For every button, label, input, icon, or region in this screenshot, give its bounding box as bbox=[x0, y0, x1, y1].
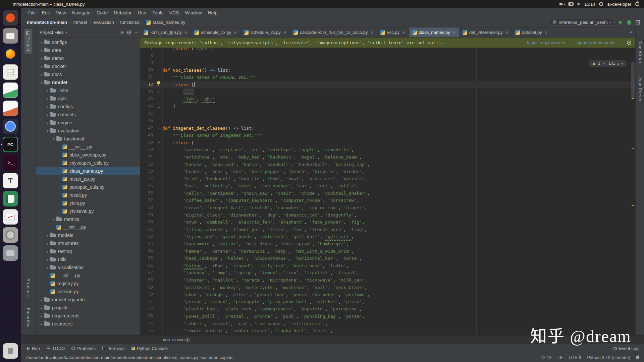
launcher-files[interactable] bbox=[3, 28, 18, 44]
tree-item[interactable]: ▾functional bbox=[36, 135, 140, 143]
menu-refactor[interactable]: Refactor bbox=[111, 9, 135, 16]
menu-edit[interactable]: Edit bbox=[39, 9, 53, 16]
tree-item[interactable]: bbox_overlaps.py bbox=[36, 151, 140, 159]
keyboard-layout-icon[interactable] bbox=[568, 2, 574, 6]
launcher-terminal[interactable]: >_ bbox=[3, 155, 18, 170]
folded-region[interactable]: ... bbox=[183, 89, 194, 95]
tree-item[interactable]: class_names.py bbox=[36, 167, 140, 175]
tab-schedule_2x.py[interactable]: schedule_2x.py× bbox=[240, 27, 290, 37]
banner-settings-icon[interactable] bbox=[627, 41, 631, 45]
close-icon[interactable]: × bbox=[184, 30, 187, 35]
current-function-breadcrumb[interactable]: voc_classes() bbox=[163, 337, 190, 342]
launcher-trash[interactable] bbox=[3, 343, 18, 359]
tool-window-todo[interactable]: TODO bbox=[44, 345, 68, 352]
chevron-right-icon[interactable]: ▸ bbox=[45, 234, 50, 237]
session-gear-icon[interactable] bbox=[599, 2, 603, 6]
tree-item[interactable]: __init__.py bbox=[36, 272, 140, 280]
caret-position[interactable]: 12:13 bbox=[541, 355, 552, 360]
tree-item[interactable]: mean_ap.py bbox=[36, 175, 140, 183]
tree-item[interactable]: ▸projects bbox=[36, 304, 140, 312]
tree-item[interactable]: ▸data bbox=[36, 46, 140, 54]
code-editor[interactable]: 7 return ['face']8910−def voc_classes() … bbox=[140, 48, 635, 335]
tab-det_inferencer.py[interactable]: det_inferencer.py× bbox=[459, 27, 512, 37]
gutter-cell[interactable] bbox=[155, 103, 162, 110]
chevron-right-icon[interactable]: ▸ bbox=[51, 218, 56, 221]
file-encoding[interactable]: UTF-8 bbox=[569, 355, 581, 360]
menu-window[interactable]: Window bbox=[182, 9, 205, 16]
menu-tools[interactable]: Tools bbox=[150, 9, 166, 16]
battery-icon[interactable] bbox=[559, 3, 564, 5]
prev-issue-icon[interactable]: ▴ bbox=[618, 62, 619, 65]
chevron-right-icon[interactable]: ▸ bbox=[45, 266, 50, 269]
chevron-right-icon[interactable]: ▸ bbox=[45, 113, 50, 117]
volume-icon[interactable] bbox=[578, 2, 580, 6]
tab-voc.py[interactable]: voc.py× bbox=[377, 27, 409, 37]
close-icon[interactable]: × bbox=[453, 30, 455, 35]
tree-item[interactable]: ▸metrics bbox=[36, 215, 140, 223]
chevron-right-icon[interactable]: ▸ bbox=[39, 57, 44, 60]
lightbulb-cell[interactable] bbox=[155, 81, 162, 88]
next-issue-icon[interactable]: ▾ bbox=[622, 62, 623, 65]
chevron-right-icon[interactable]: ▸ bbox=[45, 250, 50, 253]
menu-view[interactable]: View bbox=[53, 9, 69, 16]
chevron-right-icon[interactable]: ▸ bbox=[39, 314, 44, 318]
fold-open-icon[interactable]: − bbox=[155, 139, 162, 146]
ignore-requirements-link[interactable]: Ignore requirements bbox=[577, 40, 615, 45]
tree-item[interactable]: ytviseval.py bbox=[36, 207, 140, 215]
launcher-archive-manager[interactable] bbox=[3, 245, 18, 261]
chevron-down-icon[interactable]: ▾ bbox=[51, 137, 56, 141]
tool-button-structure[interactable]: Structure bbox=[24, 276, 32, 300]
tree-item[interactable]: ▸datasets bbox=[36, 111, 140, 119]
menu-code[interactable]: Code bbox=[94, 9, 110, 16]
tree-item[interactable]: cityscapes_utils.py bbox=[36, 159, 140, 167]
tree-item[interactable]: ▸docker bbox=[36, 62, 140, 70]
tree-item[interactable]: ▸.mim bbox=[36, 86, 140, 95]
menu-navigate[interactable]: Navigate bbox=[69, 9, 93, 16]
chevron-right-icon[interactable]: ▸ bbox=[39, 73, 44, 76]
tree-item[interactable]: __init__.py bbox=[36, 223, 140, 231]
chevron-right-icon[interactable]: ▸ bbox=[39, 306, 44, 310]
chevron-down-icon[interactable]: ▾ bbox=[39, 81, 44, 84]
editor-scrollbar[interactable] bbox=[631, 59, 635, 334]
tree-item[interactable]: ▾mmdet bbox=[36, 78, 140, 86]
launcher-dictionary[interactable] bbox=[3, 191, 18, 206]
tool-button-json-parser[interactable]: Json Parser bbox=[636, 74, 644, 104]
launcher-system-monitor[interactable] bbox=[3, 209, 18, 225]
chevron-right-icon[interactable]: ▸ bbox=[39, 41, 44, 44]
tree-item[interactable]: ▸engine bbox=[36, 119, 140, 127]
close-icon[interactable]: × bbox=[505, 30, 508, 35]
fold-open-icon[interactable]: − bbox=[155, 125, 162, 132]
tool-window-run[interactable]: Run bbox=[24, 345, 43, 352]
tree-item[interactable]: ▸resources bbox=[36, 320, 140, 328]
hide-panel-icon[interactable]: − bbox=[135, 30, 137, 35]
tree-item[interactable]: panoptic_utils.py bbox=[36, 183, 140, 191]
chevron-right-icon[interactable]: ▸ bbox=[39, 322, 44, 326]
chevron-right-icon[interactable]: ▸ bbox=[45, 258, 50, 261]
tree-item[interactable]: ytvis.py bbox=[36, 199, 140, 207]
project-view-title[interactable]: Project Files bbox=[40, 30, 64, 35]
tool-button-favorites[interactable]: Favorites bbox=[24, 306, 32, 330]
fold-closed-icon[interactable]: + bbox=[155, 88, 162, 96]
close-icon[interactable]: × bbox=[545, 30, 547, 35]
tree-item[interactable]: ▸models bbox=[36, 231, 140, 239]
tree-item[interactable]: ▸testing bbox=[36, 247, 140, 255]
tab-dataset.py[interactable]: dataset.py× bbox=[512, 27, 551, 37]
chevron-right-icon[interactable]: ▸ bbox=[45, 89, 50, 93]
interpreter[interactable]: Python 3.10 (nmmdet) bbox=[587, 355, 630, 360]
menu-run[interactable]: Run bbox=[135, 9, 149, 16]
menu-vcs[interactable]: VCS bbox=[167, 9, 182, 16]
tree-item[interactable]: ▸demo bbox=[36, 54, 140, 62]
tree-item[interactable]: recall.py bbox=[36, 191, 140, 199]
launcher-disks[interactable] bbox=[3, 227, 18, 243]
event-log-button[interactable]: Event Log bbox=[613, 346, 641, 351]
power-icon[interactable] bbox=[635, 2, 639, 6]
chevron-down-icon[interactable]: ▾ bbox=[45, 129, 50, 133]
tree-item[interactable]: ▸docs bbox=[36, 70, 140, 78]
launcher-ubuntu[interactable] bbox=[3, 10, 18, 25]
tool-window-problems[interactable]: Problems bbox=[68, 345, 99, 352]
launcher-pycharm[interactable]: PC bbox=[3, 137, 18, 152]
breadcrumb-item[interactable]: mmdetection-main bbox=[27, 20, 67, 25]
tool-button-doc-writer[interactable]: Doc Writer bbox=[636, 39, 644, 66]
chevron-right-icon[interactable]: ▸ bbox=[39, 65, 44, 68]
tab-schedule_1x.py[interactable]: schedule_1x.py× bbox=[191, 27, 240, 37]
